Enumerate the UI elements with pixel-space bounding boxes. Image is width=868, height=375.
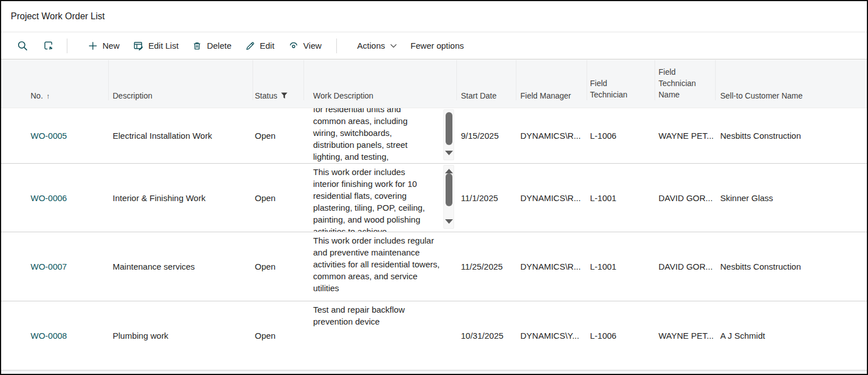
cell-field-technician-name[interactable]: DAVID GOR... [655, 262, 716, 271]
plus-icon [88, 41, 98, 51]
cell-no[interactable]: WO-0007 [1, 262, 109, 271]
cell-no[interactable]: WO-0005 [1, 131, 109, 140]
cell-field-technician[interactable]: L-1006 [587, 331, 655, 340]
title-bar: Project Work Order List [1, 1, 867, 32]
edit-list-label: Edit List [148, 41, 178, 50]
scroll-down-icon[interactable] [445, 151, 453, 155]
scrollbar-thumb[interactable] [446, 173, 452, 206]
cell-sell-to-customer-name[interactable]: Nesbitts Construction [716, 262, 867, 271]
fewer-options-label: Fewer options [411, 41, 464, 50]
column-header-start-date[interactable]: Start Date [457, 60, 516, 100]
cell-field-technician[interactable]: L-1001 [587, 262, 655, 271]
cell-work-description[interactable]: Test and repair backflowprevention devic… [304, 301, 457, 370]
work-order-number-link[interactable]: WO-0008 [31, 331, 67, 340]
cell-work-description[interactable]: This work order includes regularand prev… [304, 232, 457, 301]
cell-start-date[interactable]: 9/15/2025 [457, 131, 516, 140]
edit-list-icon [133, 40, 144, 51]
delete-label: Delete [207, 41, 231, 50]
view-icon [288, 40, 299, 51]
cell-sell-to-customer-name[interactable]: Skinner Glass [716, 193, 867, 203]
cell-sell-to-customer-name[interactable]: A J Schmidt [716, 331, 867, 340]
work-description-text: Test and repair backflowprevention devic… [313, 301, 457, 327]
work-order-table: No. ↑ Description Status Work Descriptio… [1, 60, 867, 374]
pencil-icon [245, 41, 255, 51]
table-row[interactable]: WO-0006 Interior & Finishing Work Open T… [1, 164, 867, 232]
edit-list-button[interactable]: Edit List [133, 40, 178, 51]
cell-status[interactable]: Open [253, 331, 304, 340]
cell-description[interactable]: Maintenance services [109, 262, 253, 271]
view-label: View [303, 41, 322, 50]
work-order-number-link[interactable]: WO-0006 [31, 193, 67, 203]
new-label: New [102, 41, 119, 50]
cell-work-description[interactable]: This work order includesinterior finishi… [304, 164, 457, 232]
cell-field-manager[interactable]: DYNAMICS\R... [516, 262, 587, 271]
search-icon [17, 40, 28, 52]
cell-status[interactable]: Open [253, 193, 304, 203]
column-header-field-technician-name[interactable]: Field Technician Name [655, 60, 716, 100]
cell-status[interactable]: Open [253, 131, 304, 140]
scroll-down-icon[interactable] [445, 219, 453, 224]
edit-label: Edit [260, 41, 275, 50]
work-description-text: for residential units andcommon areas, i… [313, 108, 457, 163]
work-description-text: This work order includesinterior finishi… [313, 164, 457, 232]
column-header-status[interactable]: Status [253, 60, 304, 100]
cell-description[interactable]: Interior & Finishing Work [109, 193, 253, 203]
scrollbar-thumb[interactable] [446, 112, 452, 145]
toolbar-separator-2 [336, 39, 337, 53]
app-window: Project Work Order List [0, 0, 868, 375]
actions-label: Actions [357, 41, 385, 50]
cell-start-date[interactable]: 11/25/2025 [457, 262, 516, 271]
column-header-no[interactable]: No. ↑ [1, 60, 109, 100]
cell-field-technician[interactable]: L-1006 [587, 131, 655, 140]
table-row[interactable]: WO-0007 Maintenance services Open This w… [1, 232, 867, 301]
cell-start-date[interactable]: 10/31/2025 [457, 331, 516, 340]
toolbar: New Edit List Delete [1, 32, 867, 59]
table-row[interactable]: WO-0008 Plumbing work Open Test and repa… [1, 301, 867, 370]
column-header-description[interactable]: Description [109, 60, 253, 100]
cell-field-technician-name[interactable]: WAYNE PET... [655, 331, 716, 340]
cell-description[interactable]: Plumbing work [109, 331, 253, 340]
cell-field-technician-name[interactable]: WAYNE PET... [655, 131, 716, 140]
trash-icon [192, 41, 202, 51]
work-description-text: This work order includes regularand prev… [313, 232, 457, 294]
next-row-sliver [1, 370, 867, 374]
new-button[interactable]: New [88, 41, 119, 51]
cell-sell-to-customer-name[interactable]: Nesbitts Construction [716, 131, 867, 140]
cell-status[interactable]: Open [253, 262, 304, 271]
column-header-work-description[interactable]: Work Description [304, 60, 457, 100]
toolbar-separator [67, 39, 67, 53]
work-order-number-link[interactable]: WO-0005 [31, 131, 67, 140]
cell-field-manager[interactable]: DYNAMICS\R... [516, 193, 587, 203]
cell-no[interactable]: WO-0008 [1, 331, 109, 340]
cell-field-technician-name[interactable]: DAVID GOR... [655, 193, 716, 203]
table-row[interactable]: WO-0005 Electrical Installation Work Ope… [1, 108, 867, 164]
column-header-sell-to-customer-name[interactable]: Sell-to Customer Name [716, 60, 867, 100]
cell-field-manager[interactable]: DYNAMICS\Y... [516, 331, 587, 340]
chevron-down-icon [390, 44, 397, 48]
filter-icon [281, 92, 288, 99]
cell-work-description[interactable]: for residential units andcommon areas, i… [304, 108, 457, 163]
cell-no[interactable]: WO-0006 [1, 193, 109, 203]
search-button[interactable] [16, 39, 29, 53]
sort-ascending-icon: ↑ [46, 92, 50, 100]
scroll-up-icon[interactable] [445, 169, 453, 173]
analyze-button[interactable] [41, 39, 55, 53]
cell-description[interactable]: Electrical Installation Work [109, 131, 253, 140]
edit-button[interactable]: Edit [245, 41, 275, 51]
cell-field-technician[interactable]: L-1001 [587, 193, 655, 203]
cell-start-date[interactable]: 11/1/2025 [457, 193, 516, 203]
analyze-icon [43, 40, 54, 51]
page-title: Project Work Order List [11, 11, 105, 22]
column-header-field-technician[interactable]: Field Technician [587, 60, 655, 100]
column-header-status-label: Status [255, 91, 277, 100]
work-description-scrollbar[interactable] [443, 109, 454, 160]
work-description-scrollbar[interactable] [443, 165, 454, 229]
column-header-field-manager[interactable]: Field Manager [516, 60, 587, 100]
view-button[interactable]: View [288, 40, 322, 51]
actions-menu-button[interactable]: Actions [357, 41, 397, 50]
cell-field-manager[interactable]: DYNAMICS\R... [516, 131, 587, 140]
work-order-number-link[interactable]: WO-0007 [31, 262, 67, 271]
fewer-options-button[interactable]: Fewer options [411, 41, 464, 50]
table-header-row: No. ↑ Description Status Work Descriptio… [1, 60, 867, 108]
delete-button[interactable]: Delete [192, 41, 231, 51]
